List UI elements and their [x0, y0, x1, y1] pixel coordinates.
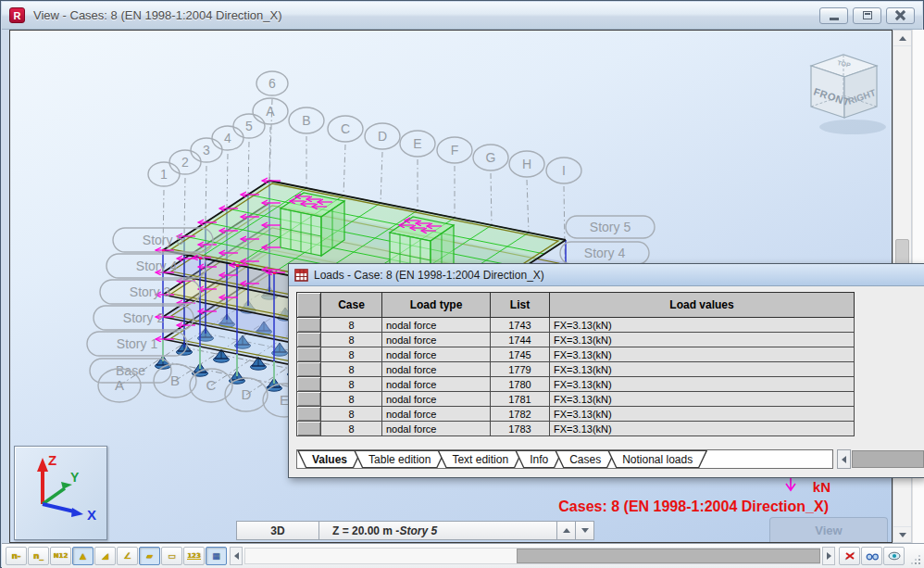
list-cell[interactable]: 1780 — [491, 377, 550, 392]
table-row[interactable]: 8nodal force1744FX=3.13(kN) — [297, 333, 855, 347]
table-row[interactable]: 8nodal force1782FX=3.13(kN) — [297, 407, 855, 422]
glasses-view-icon[interactable] — [861, 547, 882, 565]
load-values-cell[interactable]: FX=3.13(kN) — [550, 422, 855, 436]
case-annotation-group: kN Cases: 8 (EN 1998-1:2004 Direction_X) — [558, 475, 830, 514]
col-header-case[interactable]: Case — [321, 293, 382, 318]
load-values-cell[interactable]: FX=3.13(kN) — [550, 318, 855, 333]
list-cell[interactable]: 1781 — [491, 392, 550, 407]
supports-icon[interactable]: ▲ — [72, 547, 94, 565]
axis-triad: Z Y X — [15, 447, 106, 539]
restore-button[interactable] — [853, 7, 881, 24]
list-cell[interactable]: 1743 — [491, 318, 550, 333]
toolbar-scroll-right-button[interactable] — [822, 547, 835, 565]
panel-numbers-icon[interactable]: N12 — [50, 547, 71, 565]
table-scroll-left-button[interactable] — [837, 449, 851, 469]
row-header[interactable] — [297, 422, 321, 436]
row-header[interactable] — [297, 347, 321, 362]
svg-text:Story 5: Story 5 — [143, 233, 184, 247]
load-type-cell[interactable]: nodal force — [382, 422, 491, 436]
cut-view-icon[interactable] — [839, 547, 860, 565]
list-cell[interactable]: 1744 — [491, 333, 550, 347]
level-down-button[interactable] — [575, 521, 594, 540]
axis-triad-panel[interactable]: Z Y X — [14, 446, 107, 540]
row-header[interactable] — [297, 333, 321, 347]
list-cell[interactable]: 1779 — [491, 362, 550, 377]
svg-text:5: 5 — [245, 119, 253, 133]
load-type-cell[interactable]: nodal force — [382, 377, 491, 392]
loads-table[interactable]: Case Load type List Load values 8nodal f… — [296, 292, 855, 436]
view-cube[interactable]: TOP FRONT RIGHT — [811, 55, 886, 134]
list-cell[interactable]: 1745 — [491, 347, 550, 362]
tab-notional-loads[interactable]: Notional loads — [607, 450, 707, 468]
walls-icon[interactable]: ▭ — [161, 547, 182, 565]
table-row[interactable]: 8nodal force1780FX=3.13(kN) — [297, 377, 855, 392]
svg-text:C: C — [206, 377, 217, 393]
row-header[interactable] — [297, 407, 321, 422]
loads-table-window[interactable]: Loads - Case: 8 (EN 1998-1:2004 Directio… — [288, 263, 924, 478]
panel-colors-icon[interactable]: ▦ — [206, 547, 227, 565]
col-header-load-type[interactable]: Load type — [382, 293, 491, 318]
table-corner-cell[interactable] — [297, 293, 321, 318]
window-titlebar[interactable]: R View - Cases: 8 (EN 1998-1:2004 Direct… — [2, 2, 922, 30]
scroll-up-button[interactable] — [893, 31, 911, 46]
load-values-cell[interactable]: FX=3.13(kN) — [550, 347, 855, 362]
table-row[interactable]: 8nodal force1779FX=3.13(kN) — [297, 362, 855, 377]
loads-window-titlebar[interactable]: Loads - Case: 8 (EN 1998-1:2004 Directio… — [289, 264, 924, 286]
tab-text-edition[interactable]: Text edition — [437, 450, 523, 468]
case-cell[interactable]: 8 — [321, 392, 382, 407]
resize-grip[interactable] — [909, 553, 920, 564]
load-type-cell[interactable]: nodal force — [382, 407, 491, 422]
list-cell[interactable]: 1783 — [491, 422, 550, 436]
load-type-cell[interactable]: nodal force — [382, 392, 491, 407]
toolbar-scrollbar-thumb[interactable] — [517, 549, 820, 563]
panels-icon[interactable]: ▰ — [139, 547, 160, 565]
case-cell[interactable]: 8 — [321, 347, 382, 362]
eye-view-icon[interactable] — [883, 547, 905, 565]
load-values-cell[interactable]: FX=3.13(kN) — [550, 407, 855, 422]
table-row[interactable]: 8nodal force1745FX=3.13(kN) — [297, 347, 855, 362]
case-cell[interactable]: 8 — [321, 362, 382, 377]
list-cell[interactable]: 1782 — [491, 407, 550, 422]
load-type-cell[interactable]: nodal force — [382, 362, 491, 377]
case-cell[interactable]: 8 — [321, 333, 382, 347]
case-cell[interactable]: 8 — [321, 318, 382, 333]
toolbar-scrollbar[interactable] — [244, 548, 820, 564]
row-header[interactable] — [297, 318, 321, 333]
case-cell[interactable]: 8 — [321, 422, 382, 436]
level-indicator[interactable]: Z = 20.00 m - Story 5 — [318, 521, 557, 540]
table-scrollbar-thumb[interactable] — [852, 450, 924, 468]
load-values-cell[interactable]: FX=3.13(kN) — [550, 362, 855, 377]
view-tab[interactable]: View — [769, 517, 888, 542]
col-header-list[interactable]: List — [491, 293, 550, 318]
level-up-button[interactable] — [556, 521, 576, 540]
load-type-cell[interactable]: nodal force — [382, 347, 491, 362]
row-header[interactable] — [297, 362, 321, 377]
profiles-icon[interactable]: ∠ — [117, 547, 138, 565]
row-header[interactable] — [297, 377, 321, 392]
tab-table-edition[interactable]: Table edition — [354, 450, 445, 468]
node-numbers-icon[interactable]: n- — [6, 547, 27, 565]
scroll-down-button[interactable] — [893, 526, 911, 542]
load-values-cell[interactable]: FX=3.13(kN) — [550, 392, 855, 407]
toolbar-scroll-left-button[interactable] — [230, 547, 243, 565]
table-row[interactable]: 8nodal force1781FX=3.13(kN) — [297, 392, 855, 407]
view-mode-indicator[interactable]: 3D — [236, 521, 319, 540]
load-type-cell[interactable]: nodal force — [382, 318, 491, 333]
case-cell[interactable]: 8 — [321, 407, 382, 422]
load-values-cell[interactable]: FX=3.13(kN) — [550, 333, 855, 347]
section-shapes-icon[interactable]: ◢ — [94, 547, 116, 565]
load-symbols-icon[interactable]: 123 — [183, 547, 205, 565]
col-header-load-values[interactable]: Load values — [550, 293, 855, 318]
row-header[interactable] — [297, 392, 321, 407]
svg-text:F: F — [451, 143, 459, 158]
case-cell[interactable]: 8 — [321, 377, 382, 392]
bar-numbers-icon[interactable]: n_ — [28, 547, 49, 565]
load-type-cell[interactable]: nodal force — [382, 333, 491, 347]
table-row[interactable]: 8nodal force1743FX=3.13(kN) — [297, 318, 855, 333]
table-row[interactable]: 8nodal force1783FX=3.13(kN) — [297, 422, 855, 436]
close-button[interactable] — [886, 7, 915, 24]
tab-values[interactable]: Values — [297, 450, 362, 468]
grid-bubble-B: B — [289, 107, 324, 133]
load-values-cell[interactable]: FX=3.13(kN) — [550, 377, 855, 392]
minimize-button[interactable] — [819, 7, 848, 24]
